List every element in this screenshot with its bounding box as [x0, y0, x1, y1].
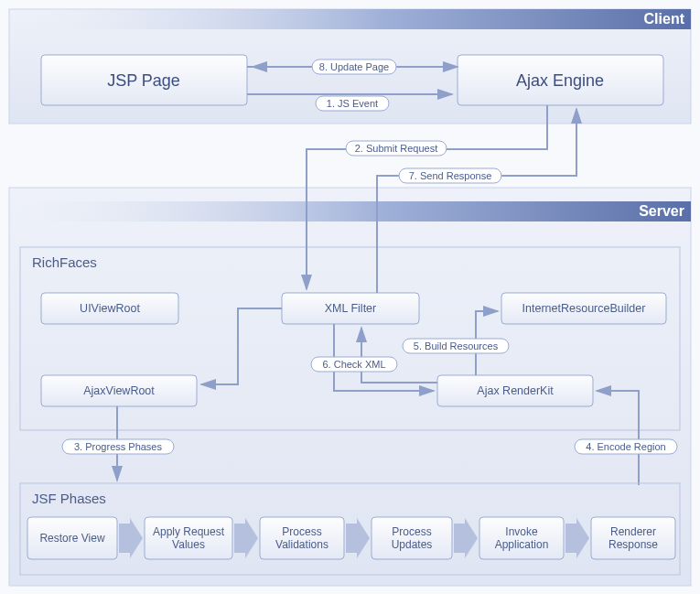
- edge-6-label: 6. Check XML: [322, 359, 385, 370]
- phase-renderer-response: Renderer Response: [591, 517, 675, 559]
- phase-5-label-a: Renderer: [610, 525, 656, 538]
- phase-process-validations: Process Validations: [260, 517, 344, 559]
- edge-7-label: 7. Send Response: [409, 170, 492, 181]
- phase-0-label: Restore View: [39, 532, 104, 545]
- edge-1-label: 1. JS Event: [327, 98, 378, 109]
- edge-4-label: 4. Encode Region: [586, 441, 665, 452]
- edge-2-label: 2. Submit Request: [355, 143, 438, 154]
- edge-8-label: 8. Update Page: [319, 61, 389, 72]
- phase-2-label-b: Validations: [275, 538, 328, 551]
- client-title-bar: [9, 9, 691, 29]
- phase-4-label-a: Invoke: [505, 525, 538, 538]
- uiviewroot-label: UIViewRoot: [80, 302, 140, 315]
- renderkit-label: Ajax RenderKit: [477, 384, 554, 397]
- phase-2-label-a: Process: [282, 525, 321, 538]
- richfaces-title: RichFaces: [32, 254, 97, 270]
- phase-1-label-a: Apply Request: [153, 525, 225, 538]
- phase-invoke-application: Invoke Application: [479, 517, 564, 559]
- server-title: Server: [639, 203, 684, 219]
- phase-4-label-b: Application: [495, 538, 549, 551]
- client-title: Client: [644, 11, 685, 27]
- ajax-engine-label: Ajax Engine: [516, 71, 604, 90]
- phase-3-label-a: Process: [392, 525, 431, 538]
- edge-5-label: 5. Build Resources: [414, 340, 499, 351]
- phase-3-label-b: Updates: [392, 538, 433, 551]
- phase-1-label-b: Values: [172, 538, 205, 551]
- jsp-page-label: JSP Page: [107, 71, 180, 90]
- phase-5-label-b: Response: [608, 538, 658, 551]
- phase-apply-request: Apply Request Values: [145, 517, 232, 559]
- ajaxviewroot-label: AjaxViewRoot: [83, 384, 155, 397]
- jsfphases-title: JSF Phases: [32, 491, 106, 506]
- server-title-bar: [9, 201, 691, 221]
- phase-restore-view: Restore View: [27, 517, 117, 559]
- edge-3-label: 3. Progress Phases: [74, 441, 162, 452]
- irb-label: InternetResourceBuilder: [522, 302, 646, 315]
- xml-filter-label: XML Filter: [325, 302, 377, 315]
- phase-process-updates: Process Updates: [372, 517, 452, 559]
